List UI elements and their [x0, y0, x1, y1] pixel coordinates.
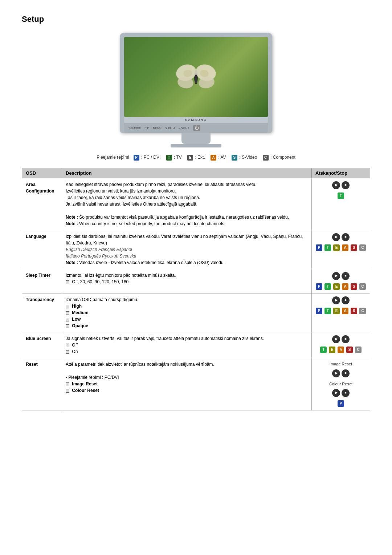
source-e-badge: E — [187, 155, 193, 161]
action-language: ▶ ■ P T E A S C — [312, 230, 370, 269]
sources-line: Pieejamie reþîmi P : PC / DVI T : TV E :… — [22, 155, 370, 161]
table-row: Transparency izmaina OSD pamata caurspīd… — [22, 293, 370, 332]
stop-icon: ■ — [342, 389, 350, 397]
badge-c: C — [359, 308, 366, 314]
badge-c: C — [355, 347, 362, 353]
action-blue-screen: ▶ ■ T E A S C — [312, 332, 370, 358]
monitor-controls-bar: SOURCE PIP MENU ∨ CH ∧ – VOL + ⏻ — [124, 123, 268, 133]
checkbox-on — [66, 350, 69, 354]
osd-blue-screen: Blue Screen — [22, 332, 62, 358]
power-btn: ⏻ — [193, 125, 200, 131]
source-c-badge: C — [263, 155, 269, 161]
monitor-image: SAMSUNG SOURCE PIP MENU ∨ CH ∧ – VOL + ⏻ — [22, 33, 370, 147]
stop-icon: ■ — [342, 369, 350, 377]
monitor-stand — [181, 133, 211, 144]
badge-t: T — [338, 193, 344, 199]
badge-t: T — [320, 347, 327, 353]
source-t-badge: T — [166, 155, 172, 161]
badge-t: T — [324, 283, 331, 290]
badge-t: T — [324, 308, 331, 314]
stop-icon: ■ — [342, 233, 350, 241]
badge-a: A — [342, 308, 348, 314]
checkbox-high — [66, 305, 69, 308]
badge-a: A — [338, 347, 344, 353]
desc-blue-screen: Ja signāls netiek uztverts, vai tas ir p… — [62, 332, 312, 358]
table-row: Blue Screen Ja signāls netiek uztverts, … — [22, 332, 370, 358]
play-icon: ▶ — [332, 335, 340, 343]
osd-area-config: AreaConfiguration — [22, 178, 62, 230]
badge-p: P — [316, 244, 322, 251]
desc-sleep-timer: Izmanto, lai izslēgtu monitoru pēc notei… — [62, 269, 312, 293]
badge-e: E — [329, 347, 335, 353]
stop-icon: ■ — [342, 181, 350, 189]
checkbox-colour-reset — [66, 389, 69, 393]
table-row: Language Izpildiet šīs darbības, lai mai… — [22, 230, 370, 269]
play-icon: ▶ — [332, 389, 340, 397]
setup-table: OSD Description Atskaņot/Stop AreaConfig… — [22, 168, 370, 410]
vol-btn: – VOL + — [179, 126, 189, 130]
badge-p: P — [316, 283, 322, 290]
monitor-body: SAMSUNG SOURCE PIP MENU ∨ CH ∧ – VOL + ⏻ — [120, 33, 272, 133]
checkbox-low — [66, 318, 69, 321]
action-area-config: ▶ ■ T — [312, 178, 370, 230]
butterfly-icon — [172, 59, 220, 95]
monitor-brand: SAMSUNG — [124, 117, 268, 123]
osd-transparency: Transparency — [22, 293, 62, 332]
ch-down-btn: ∨ CH ∧ — [165, 126, 175, 130]
action-sleep-timer: ▶ ■ P T E A S C — [312, 269, 370, 293]
desc-area-config: Kad ieslēgsiet strāvas padevi produktam … — [62, 178, 312, 230]
play-icon: ▶ — [332, 233, 340, 241]
source-s-badge: S — [232, 155, 237, 161]
checkbox-image-reset — [66, 382, 69, 386]
desc-language: Izpildiet šīs darbības, lai mainītu izvē… — [62, 230, 312, 269]
action-transparency: ▶ ■ P T E A S C — [312, 293, 370, 332]
desc-reset: Attēla parametri tiek aizvietoti ar rūpn… — [62, 358, 312, 410]
menu-btn: MENU — [153, 126, 162, 130]
monitor-stand-base — [171, 144, 221, 147]
table-header-desc: Description — [62, 168, 312, 178]
badge-p: P — [316, 308, 322, 314]
source-p-badge: P — [134, 155, 139, 161]
table-row: AreaConfiguration Kad ieslēgsiet strāvas… — [22, 178, 370, 230]
badge-a: A — [342, 244, 348, 251]
table-header-action: Atskaņot/Stop — [312, 168, 370, 178]
table-header-osd: OSD — [22, 168, 62, 178]
play-icon: ▶ — [332, 272, 340, 280]
badge-s: S — [346, 347, 353, 353]
badge-e: E — [333, 244, 340, 251]
badge-p: P — [338, 400, 344, 407]
stop-icon: ■ — [342, 272, 350, 280]
pip-btn: PIP — [144, 126, 149, 130]
sources-prefix: Pieejamie reþîmi — [97, 155, 129, 160]
badge-a: A — [342, 283, 348, 290]
table-row: Reset Attēla parametri tiek aizvietoti a… — [22, 358, 370, 410]
badge-s: S — [351, 308, 357, 314]
checkbox-off — [66, 280, 69, 284]
checkbox-medium — [66, 311, 69, 315]
osd-language: Language — [22, 230, 62, 269]
osd-sleep-timer: Sleep Timer — [22, 269, 62, 293]
stop-icon: ■ — [342, 296, 350, 304]
colour-reset-label: Colour Reset — [329, 381, 352, 387]
source-a-badge: A — [211, 155, 216, 161]
image-reset-label: Image Reset — [330, 361, 352, 367]
source-btn: SOURCE — [128, 126, 141, 130]
osd-reset: Reset — [22, 358, 62, 410]
table-row: Sleep Timer Izmanto, lai izslēgtu monito… — [22, 269, 370, 293]
badge-s: S — [351, 244, 357, 251]
badge-c: C — [359, 244, 366, 251]
badge-c: C — [359, 283, 366, 290]
badge-e: E — [333, 283, 340, 290]
desc-transparency: izmaina OSD pamata caurspīdīgumu. High M… — [62, 293, 312, 332]
checkbox-opaque — [66, 324, 69, 328]
action-reset: Image Reset ▶ ■ Colour Reset ▶ ■ P — [312, 358, 370, 410]
page-title: Setup — [22, 15, 370, 24]
monitor-screen — [124, 37, 268, 117]
badge-e: E — [333, 308, 340, 314]
badge-s: S — [351, 283, 357, 290]
play-icon: ▶ — [332, 369, 340, 377]
badge-t: T — [324, 244, 331, 251]
checkbox-off — [66, 344, 69, 347]
stop-icon: ■ — [342, 335, 350, 343]
play-icon: ▶ — [332, 296, 340, 304]
